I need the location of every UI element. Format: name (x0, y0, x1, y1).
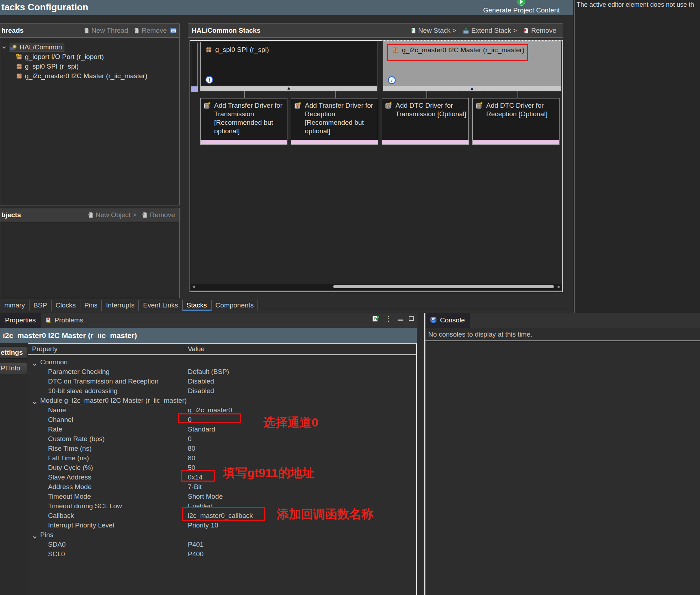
generate-project-content-button[interactable]: Generate Project Content (479, 1, 564, 14)
add-driver-box[interactable]: Add Transfer Driver for Transmission [Re… (200, 98, 287, 145)
properties-view: Properties Problems ⋮ i2c_master0 I2C Ma… (0, 313, 417, 595)
side-tab-pi-info[interactable]: PI Info (0, 362, 27, 374)
module-icon (16, 73, 22, 79)
tab-mmary[interactable]: mmary (0, 300, 29, 311)
property-value[interactable]: P401 (188, 540, 203, 549)
property-row[interactable]: 10-bit slave addressingDisabled (28, 386, 416, 396)
property-group-row[interactable]: Common (28, 357, 416, 367)
property-value[interactable]: Short Mode (188, 492, 223, 501)
add-driver-box[interactable]: Add Transfer Driver for Reception [Recom… (291, 98, 378, 145)
selected-module-title: i2c_master0 I2C Master (r_iic_master) (0, 328, 417, 343)
property-row[interactable]: Parameter CheckingDefault (BSP) (28, 367, 416, 376)
property-value[interactable]: 7-Bit (188, 482, 202, 492)
property-name: 10-bit slave addressing (48, 386, 117, 396)
property-name: Duty Cycle (%) (48, 463, 93, 472)
tab-problems[interactable]: Problems (41, 313, 88, 328)
property-row[interactable]: DTC on Transmission and ReceptionDisable… (28, 376, 416, 386)
remove-thread-button[interactable]: Remove (134, 27, 167, 34)
stack-expand-bar[interactable]: ▲ (383, 86, 561, 91)
tab-pins[interactable]: Pins (80, 300, 102, 311)
stack-card-spi[interactable]: g_spi0 SPI (r_spi) i ▲ (200, 42, 377, 91)
thread-tree-item[interactable]: g_i2c_master0 I2C Master (r_iic_master) (16, 71, 147, 81)
info-icon[interactable]: i (388, 76, 396, 84)
stack-card-i2c-master[interactable]: g_i2c_master0 I2C Master (r_iic_master) … (383, 41, 561, 91)
tab-properties[interactable]: Properties (0, 313, 41, 328)
thread-tree-item[interactable]: g_ioport I/O Port (r_ioport) (16, 52, 104, 61)
h-scrollbar-thumb[interactable] (333, 285, 554, 288)
thread-tree-item[interactable]: g_spi0 SPI (r_spi) (16, 62, 79, 71)
property-name: Name (48, 405, 66, 415)
property-row[interactable]: Rise Time (ns)80 (28, 444, 416, 453)
property-group-row[interactable]: Module g_i2c_master0 I2C Master (r_iic_m… (28, 396, 416, 405)
tab-clocks[interactable]: Clocks (51, 300, 80, 311)
scroll-left-icon[interactable]: ◀ (191, 284, 196, 289)
tab-components[interactable]: Components (211, 300, 258, 311)
property-value[interactable]: Default (BSP) (188, 367, 229, 376)
column-divider[interactable] (185, 344, 185, 354)
module-icon (206, 47, 212, 53)
new-thread-button[interactable]: New Thread (84, 27, 128, 34)
add-driver-box[interactable]: Add DTC Driver for Transmission [Optiona… (382, 98, 469, 145)
view-menu-icon[interactable]: ⋮ (385, 315, 392, 322)
add-driver-label: Add Transfer Driver for Reception [Recom… (305, 101, 376, 135)
property-row[interactable]: Timeout ModeShort Mode (28, 492, 416, 501)
property-column-header: Property (32, 345, 58, 353)
clipped-stack-card[interactable] (191, 43, 198, 87)
add-module-icon (203, 101, 211, 109)
property-value[interactable]: P400 (188, 549, 203, 559)
property-row[interactable]: Custom Rate (bps)0 (28, 434, 416, 444)
property-name: Module g_i2c_master0 I2C Master (r_iic_m… (40, 396, 187, 405)
property-row[interactable]: Slave Address0x14填写gt911的地址 (28, 472, 416, 482)
property-row[interactable]: Fall Time (ns)80 (28, 453, 416, 463)
property-row[interactable]: RateStandard (28, 424, 416, 434)
remove-object-button[interactable]: Remove (142, 211, 175, 219)
new-object-button[interactable]: New Object > (88, 211, 137, 219)
property-group-row[interactable]: Pins (28, 530, 416, 540)
annotation-box (182, 507, 265, 521)
clipped-stack-footer (191, 86, 198, 92)
property-row[interactable]: Duty Cycle (%)50 (28, 463, 416, 472)
property-value[interactable]: Standard (188, 424, 215, 434)
remove-object-icon (142, 212, 148, 218)
property-value[interactable]: 80 (188, 453, 195, 463)
new-view-icon[interactable] (372, 315, 379, 322)
new-object-icon (88, 212, 94, 218)
collapse-all-icon[interactable] (170, 28, 177, 33)
add-driver-box[interactable]: Add DTC Driver for Reception [Optional] (472, 98, 560, 145)
tab-interrupts[interactable]: Interrupts (102, 300, 139, 311)
remove-stack-button[interactable]: Remove (523, 27, 556, 34)
extend-stack-button[interactable]: Extend Stack > (463, 27, 517, 34)
property-row[interactable]: SDA0P401 (28, 540, 416, 549)
property-row[interactable]: Channel0选择通道0 (28, 415, 416, 424)
property-row[interactable]: Callbacki2c_master0_callback添加回调函数名称 (28, 511, 416, 520)
property-row[interactable]: SCL0P400 (28, 549, 416, 559)
property-row[interactable]: Address Mode7-Bit (28, 482, 416, 492)
connector-line (518, 91, 518, 98)
property-value[interactable]: 0 (188, 434, 192, 444)
tab-event-links[interactable]: Event Links (139, 300, 182, 311)
tab-bsp[interactable]: BSP (29, 300, 51, 311)
tab-stacks[interactable]: Stacks (182, 300, 211, 311)
thread-tree-item[interactable]: HAL/Common (2, 43, 64, 52)
scroll-right-icon[interactable]: ▶ (556, 284, 562, 289)
tree-item-label: g_i2c_master0 I2C Master (r_iic_master) (25, 72, 147, 80)
console-tab-row: Console (425, 313, 700, 328)
property-value[interactable]: 80 (188, 444, 195, 453)
property-value[interactable]: Disabled (188, 386, 214, 396)
tab-console[interactable]: Console (425, 313, 470, 328)
property-row[interactable]: Interrupt Priority LevelPriority 10 (28, 520, 416, 530)
threads-title: hreads (1, 27, 23, 34)
property-value[interactable]: Priority 10 (188, 520, 218, 530)
objects-panel: bjects New Object > Remove (0, 208, 180, 298)
minimize-icon[interactable] (398, 319, 403, 321)
stack-expand-bar[interactable]: ▲ (201, 86, 377, 91)
properties-tab-row: Properties Problems ⋮ (0, 313, 417, 328)
side-tab-ettings[interactable]: ettings (0, 347, 27, 359)
info-icon[interactable]: i (205, 76, 213, 84)
red-annotation-text: 填写gt911的地址 (223, 468, 314, 478)
maximize-icon[interactable] (409, 316, 414, 321)
stack-slot-bar (291, 140, 378, 144)
property-value[interactable]: Disabled (188, 376, 214, 386)
diagram-h-scrollbar: ◀ ▶ (191, 284, 562, 290)
new-stack-button[interactable]: New Stack > (410, 27, 456, 34)
